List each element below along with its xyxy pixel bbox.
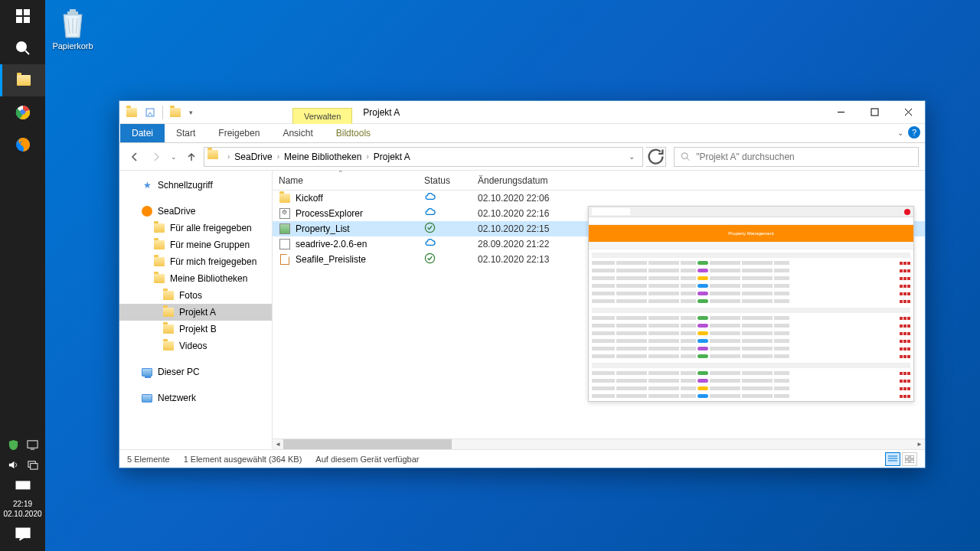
- ribbon-collapse[interactable]: ⌄: [897, 129, 903, 137]
- qat-properties[interactable]: [142, 105, 158, 120]
- qat-dropdown[interactable]: ▾: [186, 109, 196, 116]
- svg-rect-3: [24, 17, 30, 23]
- tree-seadrive[interactable]: SeaDrive: [119, 203, 272, 220]
- preview-header: Property Management: [589, 225, 913, 242]
- view-details-button[interactable]: [885, 452, 900, 466]
- file-name: Property_List: [296, 223, 350, 234]
- notifications-button[interactable]: [0, 522, 45, 546]
- ribbon-tab-share[interactable]: Freigeben: [207, 124, 271, 142]
- tree-projekt-a[interactable]: Projekt A: [119, 304, 272, 321]
- synced-icon: [424, 253, 436, 266]
- keyboard-button[interactable]: [0, 474, 45, 496]
- file-icon: [279, 207, 291, 220]
- start-button[interactable]: [0, 0, 45, 32]
- svg-rect-21: [67, 11, 78, 15]
- ribbon-tab-view[interactable]: Ansicht: [271, 124, 324, 142]
- taskbar-explorer[interactable]: [0, 64, 45, 96]
- view-icons-button[interactable]: [902, 452, 917, 466]
- svg-rect-35: [905, 455, 909, 458]
- window-title: Projekt A: [363, 107, 400, 118]
- help-button[interactable]: ?: [908, 126, 920, 139]
- nav-tree: ★Schnellzugriff SeaDrive Für alle freige…: [119, 171, 273, 449]
- star-icon: ★: [141, 179, 153, 191]
- tree-thispc[interactable]: Dieser PC: [119, 364, 272, 380]
- sort-indicator: ⌃: [338, 171, 344, 177]
- security-icon: [8, 439, 19, 451]
- breadcrumb-seadrive[interactable]: SeaDrive: [233, 150, 273, 164]
- recycle-bin-icon: [57, 6, 88, 40]
- maximize-button[interactable]: [858, 101, 891, 123]
- search-box[interactable]: [674, 147, 919, 167]
- taskbar-chrome[interactable]: [0, 96, 45, 129]
- tree-quickaccess[interactable]: ★Schnellzugriff: [119, 177, 272, 194]
- hscrollbar[interactable]: ◄ ►: [273, 439, 925, 449]
- search-button[interactable]: [0, 32, 45, 64]
- tree-shared-me[interactable]: Für mich freigegeben: [119, 253, 272, 270]
- chevron-icon[interactable]: ›: [363, 152, 371, 161]
- nav-forward[interactable]: [147, 148, 165, 166]
- refresh-button[interactable]: [646, 147, 666, 167]
- tree-shared-groups[interactable]: Für meine Gruppen: [119, 236, 272, 253]
- close-button[interactable]: [891, 101, 925, 123]
- nav-back[interactable]: [126, 148, 144, 166]
- svg-rect-25: [871, 109, 878, 116]
- tree-videos[interactable]: Videos: [119, 337, 272, 354]
- scroll-right[interactable]: ►: [914, 439, 925, 450]
- svg-rect-20: [16, 528, 30, 537]
- status-availability: Auf diesem Gerät verfügbar: [315, 455, 419, 464]
- volume-icon: [8, 459, 19, 471]
- svg-rect-37: [905, 460, 909, 463]
- tray-row1[interactable]: [0, 435, 45, 455]
- file-date: 02.10.2020 22:15: [472, 223, 579, 234]
- col-date[interactable]: Änderungsdatum: [472, 171, 579, 190]
- tree-network[interactable]: Netzwerk: [119, 390, 272, 406]
- cloud-icon: [424, 207, 436, 220]
- network-tray-icon: [27, 459, 38, 471]
- tree-shared-all[interactable]: Für alle freigegeben: [119, 220, 272, 236]
- tray-row2[interactable]: [0, 455, 45, 474]
- ribbon: Datei Start Freigeben Ansicht Bildtools …: [119, 124, 925, 143]
- svg-rect-1: [24, 9, 30, 15]
- ribbon-tab-file[interactable]: Datei: [120, 124, 165, 142]
- chevron-icon[interactable]: ›: [274, 152, 283, 161]
- col-status[interactable]: Status: [418, 171, 472, 190]
- search-input[interactable]: [696, 152, 912, 162]
- breadcrumb[interactable]: › SeaDrive › Meine Bibliotheken › Projek…: [204, 147, 643, 167]
- status-selection: 1 Element ausgewählt (364 KB): [184, 455, 302, 464]
- minimize-button[interactable]: [824, 101, 858, 123]
- nav-history[interactable]: ⌄: [168, 148, 179, 166]
- search-icon: [681, 152, 690, 161]
- preview-close-icon: [904, 209, 910, 215]
- tree-mylibs[interactable]: Meine Bibliotheken: [119, 270, 272, 287]
- recycle-bin[interactable]: Papierkorb: [50, 6, 96, 51]
- col-name[interactable]: Name: [273, 171, 418, 190]
- nav-up[interactable]: [182, 148, 201, 166]
- tree-fotos[interactable]: Fotos: [119, 287, 272, 304]
- svg-point-4: [17, 42, 26, 51]
- ribbon-tab-context[interactable]: Bildtools: [325, 124, 382, 142]
- svg-rect-36: [910, 455, 914, 458]
- chevron-icon[interactable]: ›: [224, 152, 233, 161]
- clock[interactable]: 22:19 02.10.2020: [3, 496, 41, 522]
- svg-rect-0: [16, 9, 22, 15]
- network-icon: [141, 392, 153, 404]
- qat-newfolder[interactable]: [168, 105, 183, 120]
- file-icon: [279, 192, 291, 204]
- tree-projekt-b[interactable]: Projekt B: [119, 321, 272, 337]
- folder-icon: [153, 239, 165, 251]
- scroll-left[interactable]: ◄: [273, 439, 283, 450]
- file-row[interactable]: Kickoff02.10.2020 22:06: [273, 191, 925, 206]
- ribbon-tab-start[interactable]: Start: [165, 124, 207, 142]
- folder-icon: [153, 256, 165, 268]
- column-headers: ⌃ Name Status Änderungsdatum: [273, 171, 925, 191]
- statusbar: 5 Elemente 1 Element ausgewählt (364 KB)…: [119, 449, 925, 468]
- breadcrumb-mylibs[interactable]: Meine Bibliotheken: [283, 150, 363, 164]
- svg-rect-12: [30, 463, 37, 469]
- scroll-thumb[interactable]: [283, 439, 452, 450]
- breadcrumb-dropdown[interactable]: ⌄: [624, 152, 639, 161]
- app-icon: [124, 105, 139, 120]
- file-pane: ⌃ Name Status Änderungsdatum Kickoff02.1…: [273, 171, 925, 449]
- taskbar-firefox[interactable]: [0, 129, 45, 161]
- breadcrumb-current[interactable]: Projekt A: [372, 150, 412, 164]
- file-date: 28.09.2020 21:22: [472, 239, 579, 249]
